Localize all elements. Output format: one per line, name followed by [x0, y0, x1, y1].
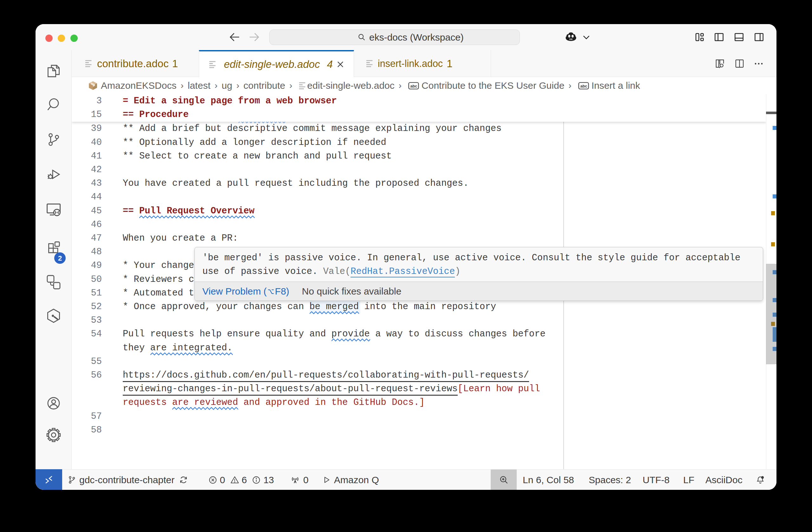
- svg-text:abc: abc: [580, 84, 587, 88]
- svg-text:abc: abc: [410, 84, 417, 88]
- svg-text:2: 2: [58, 254, 62, 262]
